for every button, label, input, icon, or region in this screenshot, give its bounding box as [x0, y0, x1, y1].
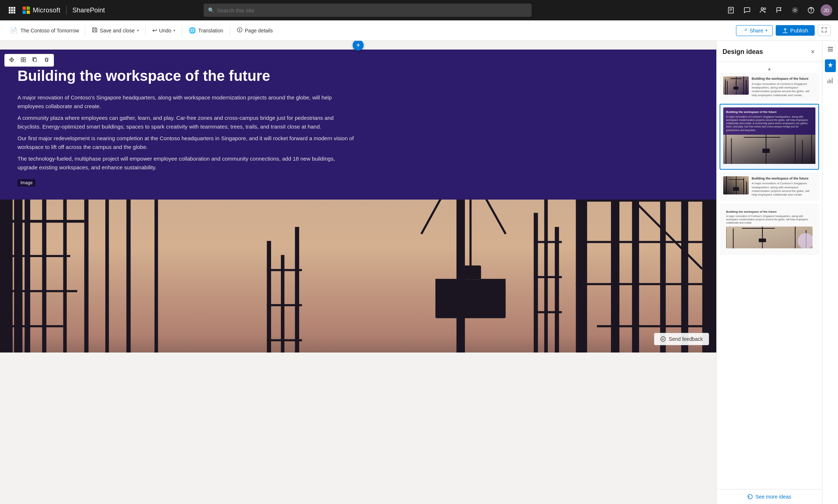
- svg-rect-115: [828, 51, 833, 51]
- design-card-3-text: Building the workspace of the future A m…: [752, 176, 815, 197]
- content-block-inner: Building the workspace of the future A m…: [0, 50, 372, 200]
- see-more-button[interactable]: See more ideas: [747, 494, 791, 500]
- people-icon-button[interactable]: [756, 4, 770, 16]
- panel-footer: See more ideas: [717, 489, 822, 504]
- top-navigation: Microsoft SharePoint 🔍 JD: [0, 0, 838, 20]
- share-label: Share: [749, 28, 763, 34]
- toolbar-separator-2: [145, 25, 146, 36]
- share-button[interactable]: Share ▾: [736, 25, 772, 36]
- design-card-3-thumb: [723, 176, 749, 194]
- move-tool-button[interactable]: [6, 56, 17, 65]
- publish-label: Publish: [790, 27, 808, 34]
- svg-rect-68: [534, 213, 538, 353]
- svg-rect-5: [13, 9, 15, 11]
- ms-squares: [23, 7, 30, 14]
- svg-point-14: [764, 8, 765, 10]
- svg-rect-28: [0, 255, 70, 257]
- search-icon: 🔍: [208, 7, 214, 13]
- undo-button[interactable]: ↩ Undo ▾: [149, 25, 179, 36]
- send-feedback-button[interactable]: Send feedback: [654, 333, 709, 345]
- svg-rect-36: [105, 200, 109, 353]
- svg-rect-48: [597, 325, 716, 327]
- svg-rect-41: [632, 200, 639, 353]
- page-details-label: Page details: [245, 28, 273, 34]
- notes-icon-button[interactable]: [724, 4, 737, 16]
- page-details-button[interactable]: Page details: [233, 25, 277, 36]
- svg-rect-110: [795, 227, 796, 248]
- svg-rect-100: [733, 187, 739, 191]
- svg-rect-94: [811, 135, 812, 164]
- svg-rect-93: [802, 140, 803, 164]
- save-close-button[interactable]: Save and close ▾: [88, 25, 142, 36]
- crane-image: [0, 200, 716, 353]
- body-para-4: The technology-fueled, multiphase projec…: [17, 154, 354, 172]
- search-bar[interactable]: 🔍: [204, 4, 532, 17]
- svg-rect-92: [795, 135, 796, 164]
- chat-icon-button[interactable]: [740, 4, 753, 16]
- svg-rect-96: [726, 176, 727, 194]
- svg-rect-6: [9, 12, 11, 13]
- design-card-1-thumb: [723, 76, 749, 95]
- waffle-menu-button[interactable]: [6, 5, 18, 16]
- settings-icon-button[interactable]: [788, 4, 802, 16]
- svg-rect-109: [759, 239, 766, 242]
- doc-icon: 📄: [10, 27, 17, 34]
- side-analytics-button[interactable]: [825, 75, 836, 88]
- design-card-1-inner: Building the workspace of the future A m…: [723, 76, 815, 97]
- svg-rect-101: [743, 178, 744, 194]
- svg-rect-113: [828, 47, 833, 48]
- image-block[interactable]: Send feedback: [0, 200, 716, 353]
- design-card-3[interactable]: Building the workspace of the future A m…: [720, 173, 819, 201]
- panel-header: Design ideas ×: [717, 41, 822, 62]
- avatar[interactable]: JD: [821, 4, 832, 16]
- svg-rect-107: [742, 228, 775, 229]
- nav-separator: [66, 6, 67, 15]
- svg-rect-1: [11, 7, 13, 9]
- design-card-1[interactable]: Building the workspace of the future A m…: [720, 73, 819, 101]
- microsoft-logo: Microsoft: [23, 7, 60, 14]
- design-cards-list: ▲: [717, 62, 822, 489]
- main-layout: + Building the workspace of th: [0, 41, 838, 504]
- svg-rect-9: [728, 7, 733, 13]
- expand-button[interactable]: [818, 25, 831, 36]
- svg-rect-98: [729, 179, 743, 180]
- svg-rect-42: [660, 200, 666, 353]
- toolbar-separator-3: [182, 25, 182, 36]
- panel-close-button[interactable]: ×: [809, 47, 816, 57]
- svg-rect-70: [555, 227, 559, 353]
- copy-tool-button[interactable]: [30, 56, 40, 65]
- design-card-2[interactable]: Building the workspace of the future A m…: [720, 104, 819, 169]
- page-title: Building the workspace of the future: [17, 67, 354, 84]
- svg-rect-19: [24, 58, 26, 59]
- delete-tool-button[interactable]: [41, 56, 52, 65]
- side-properties-button[interactable]: [825, 44, 836, 56]
- edit-tool-button[interactable]: [18, 56, 29, 65]
- svg-rect-44: [702, 200, 716, 353]
- flag-icon-button[interactable]: [772, 4, 786, 16]
- publish-button[interactable]: Publish: [776, 25, 815, 36]
- side-design-button[interactable]: [825, 59, 836, 72]
- svg-rect-64: [295, 227, 299, 353]
- translation-button[interactable]: 🌐 Translation: [185, 25, 227, 36]
- svg-rect-38: [154, 200, 158, 353]
- content-block: Building the workspace of the future A m…: [0, 50, 716, 353]
- design-card-4[interactable]: Building the workspace of the future A m…: [720, 204, 819, 255]
- refresh-icon: [747, 494, 753, 500]
- toolbar-right: Share ▾ Publish: [736, 25, 831, 36]
- search-input[interactable]: [217, 7, 527, 13]
- design-card-2-image: [723, 135, 815, 164]
- canvas-area[interactable]: + Building the workspace of th: [0, 41, 716, 504]
- design-card-3-inner: Building the workspace of the future A m…: [723, 176, 815, 197]
- svg-rect-105: [733, 228, 734, 248]
- translation-label: Translation: [198, 28, 223, 34]
- add-section-button[interactable]: +: [353, 41, 364, 51]
- svg-rect-77: [725, 79, 726, 95]
- svg-rect-35: [84, 200, 89, 353]
- help-icon-button[interactable]: [804, 4, 818, 16]
- svg-point-13: [761, 8, 763, 10]
- card2-svg: [723, 135, 815, 164]
- panel-spacer: [720, 258, 819, 265]
- add-section-bar: +: [0, 41, 716, 50]
- svg-rect-20: [21, 60, 23, 62]
- block-toolbar: [4, 54, 54, 67]
